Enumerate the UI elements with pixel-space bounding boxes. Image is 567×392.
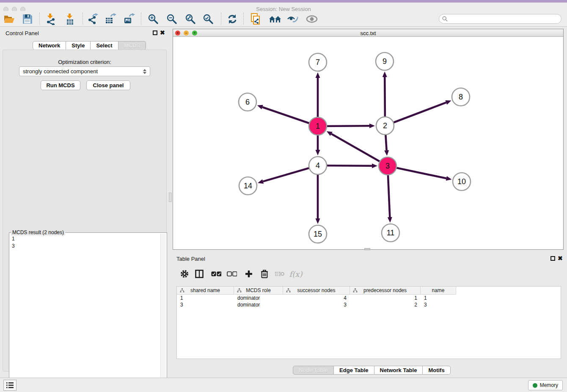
float-panel-icon[interactable] — [153, 30, 157, 35]
table-cell[interactable]: 3 — [177, 301, 234, 308]
table-cell[interactable]: 1 — [177, 295, 234, 301]
export-image-icon[interactable] — [122, 12, 136, 26]
select-stepper-icon — [143, 69, 146, 74]
edge-arrowhead — [372, 163, 377, 168]
zoom-fit-icon[interactable] — [183, 12, 198, 26]
table-row[interactable]: 3dominator323 — [177, 301, 561, 308]
table-cell[interactable]: 1 — [350, 295, 421, 301]
edge-arrowhead — [316, 72, 320, 78]
search-icon — [442, 16, 448, 22]
gear-icon[interactable] — [178, 268, 191, 280]
svg-text:4: 4 — [316, 161, 320, 170]
edge-arrowhead — [445, 100, 451, 105]
window-resize-handle[interactable] — [364, 248, 370, 250]
search-field[interactable] — [439, 14, 561, 24]
task-history-button[interactable] — [3, 380, 17, 391]
duplicate-network-icon[interactable] — [249, 12, 263, 26]
close-table-panel-icon[interactable]: ✖ — [558, 255, 563, 262]
tab-motifs[interactable]: Motifs — [423, 366, 450, 375]
edge-2-8[interactable] — [385, 102, 446, 126]
graph-node-6[interactable]: 6 — [239, 93, 256, 111]
column-header-shared-name[interactable]: shared name — [177, 287, 234, 295]
zoom-selected-icon[interactable] — [201, 12, 215, 26]
column-header-successor-nodes[interactable]: successor nodes — [283, 287, 350, 295]
add-column-icon[interactable] — [242, 268, 255, 280]
node-table[interactable]: shared nameMCDS rolesuccessor nodesprede… — [176, 286, 561, 359]
mcds-tab-content: Optimization criterion: strongly connect… — [3, 50, 167, 372]
optimization-criterion-select[interactable]: strongly connected component — [19, 66, 150, 76]
tab-edge-table[interactable]: Edge Table — [334, 366, 374, 375]
search-input[interactable] — [449, 16, 561, 22]
edge-arrowhead — [316, 150, 320, 155]
delete-column-icon[interactable] — [258, 268, 271, 280]
table-cell[interactable]: 3 — [421, 301, 456, 308]
graph-node-3[interactable]: 3 — [379, 157, 396, 175]
open-file-icon[interactable] — [2, 12, 17, 26]
close-panel-icon[interactable]: ✖ — [160, 29, 165, 36]
toolbar-separator — [243, 13, 244, 25]
edge-arrowhead — [257, 105, 263, 109]
table-cell[interactable]: 2 — [350, 301, 421, 308]
table-cell[interactable]: dominator — [234, 295, 283, 301]
zoom-out-icon[interactable] — [165, 12, 179, 26]
toolbar-separator — [83, 13, 83, 25]
graph-node-11[interactable]: 11 — [382, 224, 399, 242]
network-window-titlebar[interactable]: × − + scc.txt — [173, 29, 563, 37]
save-session-icon[interactable] — [20, 12, 34, 26]
graph-node-2[interactable]: 2 — [376, 117, 394, 135]
select-all-icon[interactable] — [210, 268, 223, 280]
svg-text:1: 1 — [316, 122, 320, 130]
import-table-icon[interactable] — [63, 12, 77, 26]
close-panel-button[interactable]: Close panel — [86, 80, 130, 90]
refresh-icon[interactable] — [225, 12, 239, 26]
mcds-result-group: MCDS result (2 nodes) 13 — [9, 232, 167, 391]
panel-splitter-handle[interactable] — [169, 193, 172, 202]
graph-node-4[interactable]: 4 — [309, 157, 327, 174]
network-canvas[interactable]: 7968124314101511 — [173, 37, 563, 249]
graph-node-14[interactable]: 14 — [239, 177, 257, 195]
toolbar-separator — [221, 13, 221, 25]
graph-node-7[interactable]: 7 — [309, 53, 327, 71]
graph-node-9[interactable]: 9 — [376, 52, 394, 70]
toolbar-separator — [141, 13, 141, 25]
hide-panels-icon[interactable] — [286, 12, 300, 26]
deselect-all-icon[interactable] — [226, 268, 238, 280]
mcds-result-line: 3 — [12, 243, 15, 250]
table-row[interactable]: 1dominator411 — [177, 295, 561, 301]
tab-mcds[interactable]: MCDS — [118, 41, 146, 50]
tab-node-table[interactable]: Node Table — [293, 366, 334, 375]
mcds-result-line: 1 — [12, 235, 15, 243]
import-network-icon[interactable] — [43, 12, 58, 26]
table-cell[interactable]: dominator — [234, 301, 283, 308]
graph-node-8[interactable]: 8 — [452, 88, 470, 106]
tab-style[interactable]: Style — [66, 41, 91, 50]
column-header-name[interactable]: name — [421, 287, 456, 295]
memory-button[interactable]: Memory — [528, 380, 563, 390]
edge-3-1[interactable] — [331, 134, 388, 166]
export-table-icon[interactable] — [103, 12, 118, 26]
table-cell[interactable]: 4 — [283, 295, 350, 301]
function-builder-icon[interactable]: f(x) — [289, 268, 302, 280]
graph-node-15[interactable]: 15 — [309, 225, 327, 243]
control-panel: Control Panel ✖ Network Style Select MCD… — [0, 27, 169, 378]
session-home-icon[interactable] — [268, 12, 282, 26]
result-scrollbar[interactable] — [160, 234, 166, 390]
tab-network[interactable]: Network — [33, 41, 66, 50]
column-layout-icon[interactable] — [193, 268, 206, 280]
destroy-table-icon[interactable] — [273, 268, 286, 280]
table-cell[interactable]: 1 — [421, 295, 456, 301]
show-panel-icon[interactable] — [305, 12, 319, 26]
graph-node-10[interactable]: 10 — [453, 173, 471, 190]
export-network-icon[interactable] — [85, 12, 100, 26]
float-table-panel-icon[interactable] — [550, 256, 555, 261]
list-icon — [6, 382, 14, 389]
column-header-predecessor-nodes[interactable]: predecessor nodes — [350, 287, 421, 295]
tab-network-table[interactable]: Network Table — [374, 366, 423, 375]
svg-text:11: 11 — [387, 229, 395, 237]
run-mcds-button[interactable]: Run MCDS — [41, 80, 80, 90]
column-header-MCDS-role[interactable]: MCDS role — [234, 287, 283, 295]
table-cell[interactable]: 3 — [283, 301, 350, 308]
zoom-in-icon[interactable] — [146, 12, 160, 26]
tab-select[interactable]: Select — [91, 41, 118, 50]
graph-node-1[interactable]: 1 — [309, 117, 327, 135]
